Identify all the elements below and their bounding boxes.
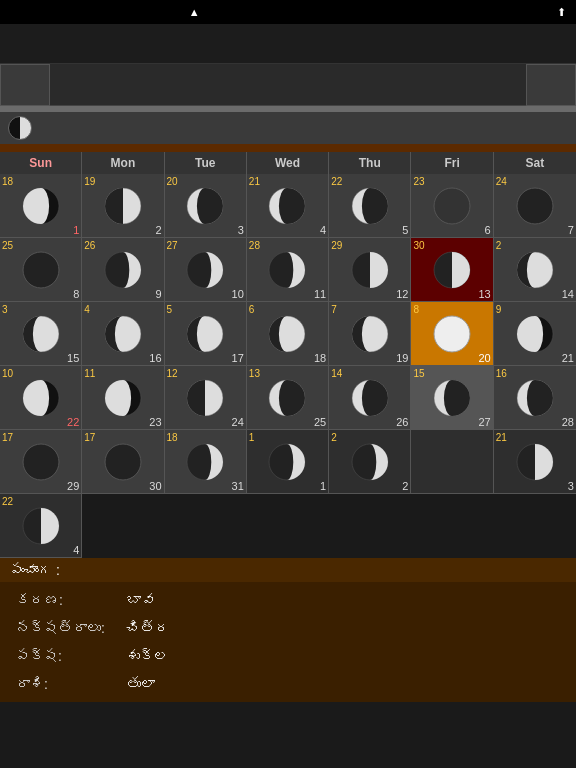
lunar-number: 25 xyxy=(2,240,13,251)
calendar-cell[interactable]: 16 28 xyxy=(494,366,576,430)
calendar-cell[interactable]: 30 13 xyxy=(411,238,493,302)
moon-phase-icon xyxy=(516,315,554,353)
calendar-cell[interactable]: 12 24 xyxy=(165,366,247,430)
lunar-number: 17 xyxy=(84,432,95,443)
calendar-cell[interactable]: 2 2 xyxy=(329,430,411,494)
calendar-cell[interactable]: 21 3 xyxy=(494,430,576,494)
cell-date-number: 22 xyxy=(67,417,79,428)
month-header xyxy=(0,64,576,106)
calendar-cell[interactable]: 1729 xyxy=(0,430,82,494)
panchang-row: పక్ష:శుక్ల xyxy=(0,642,576,670)
cell-date-number: 10 xyxy=(232,289,244,300)
lunar-number: 6 xyxy=(249,304,255,315)
calendar-cell[interactable]: 13 25 xyxy=(247,366,329,430)
lunar-number: 10 xyxy=(2,368,13,379)
calendar-cell[interactable]: 7 19 xyxy=(329,302,411,366)
calendar-cell[interactable]: 236 xyxy=(411,174,493,238)
battery-label: ⬆ xyxy=(557,6,566,19)
cell-date-number: 2 xyxy=(402,481,408,492)
wifi-icon: ▲ xyxy=(189,6,200,18)
lunar-number: 24 xyxy=(496,176,507,187)
lunar-number: 20 xyxy=(167,176,178,187)
moon-phase-icon xyxy=(22,443,60,481)
calendar-cell[interactable]: 4 16 xyxy=(82,302,164,366)
calendar-cell[interactable]: 27 10 xyxy=(165,238,247,302)
calendar-cell[interactable]: 22 5 xyxy=(329,174,411,238)
lunar-number: 3 xyxy=(2,304,8,315)
calendar-cell[interactable]: 29 12 xyxy=(329,238,411,302)
cell-date-number: 13 xyxy=(478,289,490,300)
cell-date-number: 21 xyxy=(562,353,574,364)
calendar-cell[interactable] xyxy=(411,430,493,494)
calendar-cell[interactable]: 26 9 xyxy=(82,238,164,302)
cell-date-number: 9 xyxy=(155,289,161,300)
calendar-cell[interactable]: 6 18 xyxy=(247,302,329,366)
lunar-number: 22 xyxy=(331,176,342,187)
cell-date-number: 8 xyxy=(73,289,79,300)
moon-phase-icon xyxy=(516,443,554,481)
moon-phase-icon xyxy=(433,315,471,353)
status-bar: ▲ ⬆ xyxy=(0,0,576,24)
moon-phase-icon xyxy=(186,315,224,353)
lunar-number: 17 xyxy=(2,432,13,443)
calendar-cell[interactable]: 1 1 xyxy=(247,430,329,494)
calendar-cell[interactable]: 2 14 xyxy=(494,238,576,302)
cell-date-number: 1 xyxy=(73,225,79,236)
moon-phase-icon xyxy=(22,379,60,417)
calendar-cell[interactable]: 21 4 xyxy=(247,174,329,238)
lunar-number: 2 xyxy=(331,432,337,443)
calendar-cell[interactable]: 10 22 xyxy=(0,366,82,430)
calendar-cell[interactable]: 11 23 xyxy=(82,366,164,430)
calendar-cell[interactable]: 18 1 xyxy=(0,174,82,238)
calendar-cell[interactable]: 820 xyxy=(411,302,493,366)
calendar-cell[interactable]: 19 2 xyxy=(82,174,164,238)
lunar-number: 7 xyxy=(331,304,337,315)
moon-phase-icon xyxy=(351,315,389,353)
calendar-cell[interactable]: 5 17 xyxy=(165,302,247,366)
svg-point-19 xyxy=(434,316,470,352)
moon-phase-icon xyxy=(268,315,306,353)
svg-point-28 xyxy=(23,444,59,480)
lunar-number: 15 xyxy=(413,368,424,379)
calendar-cell[interactable]: 18 31 xyxy=(165,430,247,494)
moon-phase-icon xyxy=(186,251,224,289)
panchang-value: చిత్ర xyxy=(126,620,169,636)
cell-date-number: 11 xyxy=(314,289,326,300)
moon-phase-icon xyxy=(104,251,142,289)
next-month-button[interactable] xyxy=(526,64,576,106)
cell-date-number: 1 xyxy=(320,481,326,492)
calendar: SunMonTueWedThuFriSat 18 119 220 321 422… xyxy=(0,152,576,558)
panchang-label: రాశి: xyxy=(16,676,106,692)
cell-date-number: 3 xyxy=(238,225,244,236)
calendar-cell[interactable]: 258 xyxy=(0,238,82,302)
cell-date-number: 18 xyxy=(314,353,326,364)
calendar-cell[interactable]: 247 xyxy=(494,174,576,238)
moon-phase-icon xyxy=(433,379,471,417)
calendar-cell[interactable]: 1730 xyxy=(82,430,164,494)
cell-date-number: 29 xyxy=(67,481,79,492)
lunar-number: 1 xyxy=(249,432,255,443)
panchang-label: నక్షత్రాలు: xyxy=(16,620,106,636)
moon-phase-icon xyxy=(351,443,389,481)
panchang-row: నక్షత్రాలు:చిత్ర xyxy=(0,614,576,642)
calendar-cell[interactable]: 3 15 xyxy=(0,302,82,366)
lunar-number: 18 xyxy=(167,432,178,443)
cell-date-number: 28 xyxy=(562,417,574,428)
calendar-cell[interactable]: 15 27 xyxy=(411,366,493,430)
cell-date-number: 19 xyxy=(396,353,408,364)
lunar-number: 12 xyxy=(167,368,178,379)
calendar-cell[interactable]: 9 21 xyxy=(494,302,576,366)
calendar-cell[interactable]: 20 3 xyxy=(165,174,247,238)
calendar-cell[interactable]: 22 4 xyxy=(0,494,82,558)
cell-date-number: 3 xyxy=(568,481,574,492)
moon-phase-icon xyxy=(22,187,60,225)
calendar-cell[interactable]: 14 26 xyxy=(329,366,411,430)
promo-bar[interactable] xyxy=(0,144,576,152)
cell-date-number: 27 xyxy=(478,417,490,428)
panchang-label: పక్ష: xyxy=(16,648,106,664)
moon-phase-icon xyxy=(22,507,60,545)
day-header-mon: Mon xyxy=(82,152,164,174)
moon-phase-icon xyxy=(516,187,554,225)
calendar-cell[interactable]: 28 11 xyxy=(247,238,329,302)
prev-month-button[interactable] xyxy=(0,64,50,106)
